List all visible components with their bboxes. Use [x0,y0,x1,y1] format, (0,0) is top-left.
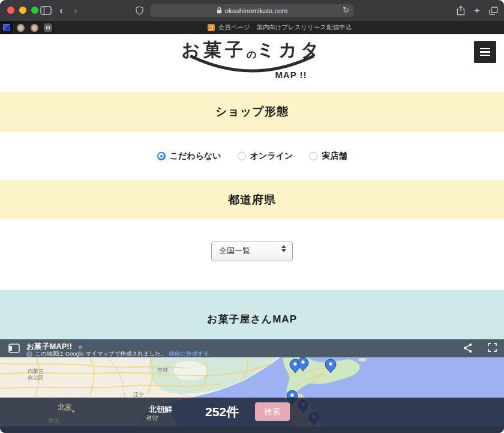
active-tab[interactable]: 会員ページ 国内向けプレスリリース配信申込 [55,21,504,34]
radio-label: 実店舗 [322,151,347,162]
logo-subtitle: MAP !! [275,70,307,80]
radio-option-physical[interactable]: 実店舗 [309,151,347,162]
radio-option-online[interactable]: オンライン [238,151,293,162]
pinned-tab-favicon: O [44,23,52,32]
pinned-tab-3[interactable] [28,21,41,34]
select-value: 全国一覧 [219,246,250,256]
reload-icon[interactable]: ↻ [343,5,349,14]
pinned-tab-favicon [17,24,25,32]
shop-type-options: こだわらない オンライン 実店舗 [0,132,504,180]
radio-label: オンライン [250,151,293,162]
share-icon[interactable] [454,0,468,21]
map-fullscreen-icon[interactable] [488,343,497,356]
map-share-icon[interactable] [463,343,472,356]
shop-type-title: ショップ形態 [215,104,289,120]
forward-button[interactable]: › [70,0,82,21]
minimize-window-button[interactable] [19,7,26,14]
map-label-hebei: 河北 [48,417,60,425]
map-section-band: お菓子屋さんMAP [0,290,504,339]
prefecture-select-section: 全国一覧 [0,219,504,290]
map-canvas[interactable]: 内蒙古 自治区 吉林 辽宁 北京 河北 北朝鮮 평양 252件 検索 [0,357,504,433]
new-tab-icon[interactable]: + [470,0,484,21]
map-panel-icon[interactable] [8,344,20,356]
search-button[interactable]: 検索 [255,402,290,421]
result-count: 252件 [198,404,246,420]
sidebar-toggle-icon[interactable] [37,0,54,21]
back-button[interactable]: ‹ [55,0,67,21]
browser-window: ‹ › okashinomikata.com ↻ + O 会員ページ 国内向けプ… [0,0,504,433]
info-icon: i [26,351,32,357]
window-controls [7,7,38,14]
radio-selected-icon[interactable] [157,152,166,160]
privacy-shield-icon[interactable] [133,0,145,21]
pinned-tab-favicon [31,24,38,32]
url-text: okashinomikata.com [225,7,288,14]
pinned-tab-2[interactable] [14,21,28,34]
lock-icon [217,7,222,14]
page-footer-strip [0,426,504,433]
address-bar[interactable]: okashinomikata.com ↻ [150,4,354,17]
tab-overview-icon[interactable] [486,0,500,21]
map-header-actions [463,343,497,356]
pinned-tab-1[interactable] [0,21,14,34]
map-label-pyongyang: 평양 [146,414,158,422]
map-label-beijing: 北京 [58,402,72,413]
prefecture-select[interactable]: 全国一覧 [211,241,293,261]
shop-type-band: ショップ形態 [0,92,504,132]
beijing-city-dot [72,410,74,413]
tab-favicon [208,24,215,31]
site-logo[interactable]: お菓子のミカタ MAP !! [0,38,504,80]
radio-option-any[interactable]: こだわらない [157,151,221,162]
browser-toolbar: ‹ › okashinomikata.com ↻ + [0,0,504,21]
prefecture-title: 都道府県 [228,192,276,208]
select-arrows-icon [281,245,286,252]
radio-unselected-icon[interactable] [309,152,317,160]
radio-unselected-icon[interactable] [238,152,246,160]
prefecture-band: 都道府県 [0,180,504,219]
menu-button[interactable] [474,41,496,63]
map-embed-header: お菓子MAP!! ★ i この地図は Google マイマップで作成されました。… [0,339,504,357]
close-window-button[interactable] [7,7,14,14]
pinned-tab-4[interactable]: O [41,21,55,34]
tab-title: 会員ページ 国内向けプレスリリース配信申込 [218,23,352,32]
site-header: お菓子のミカタ MAP !! [0,34,504,92]
radio-label: こだわらない [170,151,221,162]
pinned-tab-favicon [3,24,10,31]
map-section-title: お菓子屋さんMAP [207,312,297,326]
tab-bar: O 会員ページ 国内向けプレスリリース配信申込 [0,21,504,34]
pinned-tabs: O [0,21,55,34]
